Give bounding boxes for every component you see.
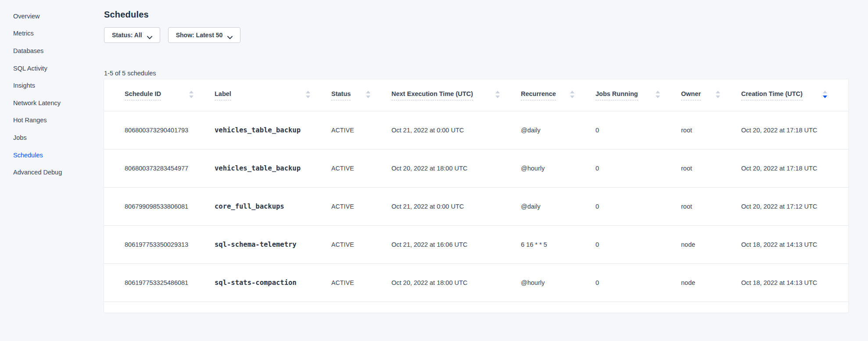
creation-time-cell: Oct 20, 2022 at 17:18 UTC: [741, 149, 848, 187]
schedules-table-card: Schedule ID Label Stat: [104, 79, 848, 313]
column-header-owner[interactable]: Owner: [681, 79, 741, 111]
chevron-down-icon: [147, 34, 152, 37]
sort-desc-icon: [823, 91, 827, 98]
sidebar: Overview Metrics Databases SQL Activity …: [0, 0, 104, 341]
status-cell: ACTIVE: [331, 225, 391, 263]
page-title: Schedules: [104, 10, 848, 20]
sidebar-item-network-latency[interactable]: Network Latency: [13, 94, 104, 112]
status-cell: ACTIVE: [331, 149, 391, 187]
table-header-row: Schedule ID Label Stat: [104, 79, 848, 111]
sidebar-item-metrics[interactable]: Metrics: [13, 25, 104, 43]
sidebar-item-jobs[interactable]: Jobs: [13, 129, 104, 146]
sidebar-item-advanced-debug[interactable]: Advanced Debug: [13, 163, 104, 181]
jobs-running-cell: 0: [595, 149, 681, 187]
results-count: 1-5 of 5 schedules: [104, 70, 848, 77]
owner-cell: root: [681, 149, 741, 187]
owner-cell: node: [681, 263, 741, 302]
next-execution-cell: Oct 21, 2022 at 16:06 UTC: [391, 225, 521, 263]
creation-time-cell: Oct 20, 2022 at 17:18 UTC: [741, 111, 848, 149]
next-execution-cell: Oct 21, 2022 at 0:00 UTC: [391, 187, 521, 225]
creation-time-cell: Oct 20, 2022 at 17:12 UTC: [741, 187, 848, 225]
next-execution-cell: Oct 21, 2022 at 0:00 UTC: [391, 111, 521, 149]
column-header-status[interactable]: Status: [331, 79, 391, 111]
table-row: 806197753350029313 sql-schema-telemetry …: [104, 225, 848, 263]
next-execution-cell: Oct 20, 2022 at 18:00 UTC: [391, 149, 521, 187]
recurrence-cell: @daily: [521, 111, 595, 149]
owner-cell: root: [681, 111, 741, 149]
schedule-id-cell: 806800373283454977: [104, 149, 215, 187]
chevron-down-icon: [227, 34, 233, 37]
sidebar-item-databases[interactable]: Databases: [13, 42, 104, 60]
jobs-running-cell: 0: [595, 187, 681, 225]
sort-icon: [495, 91, 500, 98]
sort-icon: [366, 91, 370, 98]
column-header-recurrence[interactable]: Recurrence: [521, 79, 595, 111]
sidebar-item-schedules[interactable]: Schedules: [13, 146, 104, 164]
table-row: 806800373283454977 vehicles_table_backup…: [104, 149, 848, 187]
recurrence-cell: @daily: [521, 187, 595, 225]
table-row: 806197753325486081 sql-stats-compaction …: [104, 263, 848, 302]
table-row: 806799098533806081 core_full_backups ACT…: [104, 187, 848, 225]
schedule-label-cell: core_full_backups: [215, 187, 331, 225]
filter-bar: Status: All Show: Latest 50: [104, 27, 848, 43]
recurrence-cell: @hourly: [521, 149, 595, 187]
schedules-table: Schedule ID Label Stat: [104, 79, 848, 302]
schedule-label-cell: sql-stats-compaction: [215, 263, 331, 302]
schedule-label-cell: vehicles_table_backup: [215, 149, 331, 187]
sort-icon: [570, 91, 574, 98]
column-header-creation-time[interactable]: Creation Time (UTC): [741, 79, 848, 111]
recurrence-cell: 6 16 * * 5: [521, 225, 595, 263]
sort-icon: [306, 91, 310, 98]
column-header-next-execution-time[interactable]: Next Execution Time (UTC): [391, 79, 521, 111]
status-cell: ACTIVE: [331, 187, 391, 225]
owner-cell: root: [681, 187, 741, 225]
status-filter-label: Status: All: [112, 32, 142, 39]
jobs-running-cell: 0: [595, 263, 681, 302]
sort-icon: [189, 91, 194, 98]
status-cell: ACTIVE: [331, 111, 391, 149]
sidebar-item-sql-activity[interactable]: SQL Activity: [13, 60, 104, 77]
recurrence-cell: @hourly: [521, 263, 595, 302]
schedule-label-cell: vehicles_table_backup: [215, 111, 331, 149]
schedule-id-cell: 806197753325486081: [104, 263, 215, 302]
column-header-schedule-id[interactable]: Schedule ID: [104, 79, 215, 111]
status-cell: ACTIVE: [331, 263, 391, 302]
sidebar-item-insights[interactable]: Insights: [13, 77, 104, 94]
next-execution-cell: Oct 20, 2022 at 18:00 UTC: [391, 263, 521, 302]
schedule-id-cell: 806799098533806081: [104, 187, 215, 225]
column-header-label[interactable]: Label: [215, 79, 331, 111]
schedules-page: Overview Metrics Databases SQL Activity …: [0, 0, 868, 341]
jobs-running-cell: 0: [595, 225, 681, 263]
owner-cell: node: [681, 225, 741, 263]
table-row: 806800373290401793 vehicles_table_backup…: [104, 111, 848, 149]
creation-time-cell: Oct 18, 2022 at 14:13 UTC: [741, 225, 848, 263]
creation-time-cell: Oct 18, 2022 at 14:13 UTC: [741, 263, 848, 302]
column-header-jobs-running[interactable]: Jobs Running: [595, 79, 681, 111]
sidebar-item-hot-ranges[interactable]: Hot Ranges: [13, 112, 104, 129]
status-filter-dropdown[interactable]: Status: All: [104, 27, 160, 43]
sort-icon: [656, 91, 660, 98]
show-limit-label: Show: Latest 50: [176, 32, 223, 39]
schedule-label-cell: sql-schema-telemetry: [215, 225, 331, 263]
schedule-id-cell: 806197753350029313: [104, 225, 215, 263]
jobs-running-cell: 0: [595, 111, 681, 149]
schedule-id-cell: 806800373290401793: [104, 111, 215, 149]
sort-icon: [716, 91, 720, 98]
show-limit-dropdown[interactable]: Show: Latest 50: [168, 27, 241, 43]
sidebar-item-overview[interactable]: Overview: [13, 7, 104, 25]
main-content: Schedules Status: All Show: Latest 50 1-…: [104, 0, 848, 313]
